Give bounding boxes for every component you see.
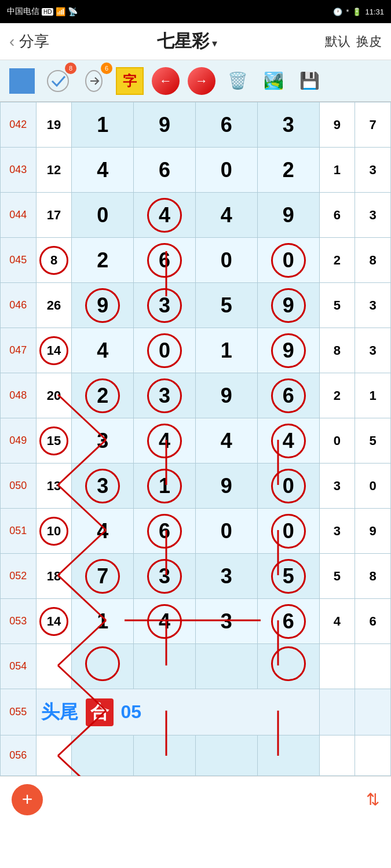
row-id: 054 (1, 644, 36, 689)
sort-button[interactable]: ⇅ (366, 790, 379, 809)
back-button[interactable]: ‹ (9, 32, 14, 51)
arrow-badge-button[interactable]: 6 (78, 65, 110, 97)
col-n1: 4 (72, 148, 134, 193)
col-n3-054 (195, 644, 257, 689)
col-n4: 0 (257, 238, 319, 283)
col-n2: 0 (134, 328, 196, 373)
col-n4: 9 (257, 193, 319, 238)
col-sum: 8 (36, 238, 72, 283)
col-s1: 8 (319, 328, 355, 373)
zi-button[interactable]: 字 (114, 65, 146, 97)
col-s2: 3 (355, 193, 391, 238)
table-row: 052 18 7 3 3 5 5 8 (1, 554, 391, 599)
col-sum: 12 (36, 148, 72, 193)
col-n1: 3 (72, 464, 134, 509)
carrier-text: 中国电信 (7, 6, 39, 17)
status-right: 🕐 * 🔋 11:31 (333, 8, 384, 16)
skin-label[interactable]: 换皮 (356, 33, 382, 50)
col-n3: 0 (195, 509, 257, 554)
table-row: 047 14 4 0 1 9 8 3 (1, 328, 391, 373)
row-id: 045 (1, 238, 36, 283)
head-tail-cell: 头尾 合 05 (36, 689, 319, 735)
col-s1 (319, 644, 355, 689)
data-table: 042 19 1 9 6 3 9 7 043 12 4 6 0 2 1 3 04… (0, 102, 391, 776)
save-button[interactable]: 💾 (293, 65, 326, 97)
arrow-right-button[interactable]: → (185, 65, 218, 97)
col-s1: 3 (319, 464, 355, 509)
col-n2: 6 (134, 238, 196, 283)
col-n1: 1 (72, 599, 134, 644)
photo-button[interactable]: 🏞️ (257, 65, 290, 97)
check-badge: 8 (65, 62, 76, 74)
head-tail-box: 合 (86, 698, 114, 726)
col-n2: 6 (134, 148, 196, 193)
col-n3: 0 (195, 238, 257, 283)
table-row: 042 19 1 9 6 3 9 7 (1, 102, 391, 148)
col-n4: 6 (257, 373, 319, 418)
col-sum: 14 (36, 599, 72, 644)
table-row-055: 055 头尾 合 05 (1, 689, 391, 735)
col-s1 (319, 735, 355, 776)
head-tail-suffix: 05 (120, 701, 141, 722)
col-n1: 7 (72, 554, 134, 599)
bluetooth-icon: * (346, 8, 349, 16)
col-n2: 3 (134, 373, 196, 418)
col-n4: 9 (257, 283, 319, 328)
col-n3: 4 (195, 193, 257, 238)
col-n1: 2 (72, 373, 134, 418)
col-n1: 0 (72, 193, 134, 238)
row-id: 042 (1, 102, 36, 148)
blue-rect-button[interactable] (6, 65, 38, 97)
app-title: 七星彩 (157, 31, 209, 50)
col-sum: 20 (36, 373, 72, 418)
col-n4: 0 (257, 509, 319, 554)
col-n3: 3 (195, 554, 257, 599)
col-n2: 3 (134, 283, 196, 328)
col-s1: 5 (319, 283, 355, 328)
row-id: 043 (1, 148, 36, 193)
arrow-left-button[interactable]: ← (149, 65, 182, 97)
col-s2: 9 (355, 509, 391, 554)
col-n3: 4 (195, 418, 257, 464)
col-s1 (319, 689, 355, 735)
col-s2: 3 (355, 283, 391, 328)
add-button[interactable]: + (12, 784, 43, 815)
status-bar: 中国电信 HD 📶 📡 🕐 * 🔋 11:31 (0, 0, 391, 23)
trash-button[interactable]: 🗑️ (221, 65, 254, 97)
clock-icon: 🕐 (333, 8, 342, 16)
col-n4: 9 (257, 328, 319, 373)
default-label[interactable]: 默认 (325, 33, 350, 50)
col-s2: 1 (355, 373, 391, 418)
check-button[interactable]: 8 (42, 65, 74, 97)
table-row: 050 13 3 1 9 0 3 0 (1, 464, 391, 509)
col-s2: 3 (355, 328, 391, 373)
col-n4 (257, 735, 319, 776)
col-s1: 2 (319, 238, 355, 283)
col-s2 (355, 644, 391, 689)
col-n4: 3 (257, 102, 319, 148)
time-display: 11:31 (365, 8, 384, 16)
col-n2: 9 (134, 102, 196, 148)
col-sum: 19 (36, 102, 72, 148)
col-n2: 1 (134, 464, 196, 509)
row-id: 051 (1, 509, 36, 554)
signal-icon: 📶 (56, 7, 65, 16)
row-id: 055 (1, 689, 36, 735)
dropdown-icon[interactable]: ▾ (212, 38, 217, 49)
hd-badge: HD (42, 8, 53, 16)
head-tail-prefix: 头尾 (41, 701, 78, 722)
row-id: 056 (1, 735, 36, 776)
col-n3 (195, 735, 257, 776)
share-label[interactable]: 分享 (19, 31, 49, 52)
col-s1: 5 (319, 554, 355, 599)
table-row: 048 20 2 3 9 6 2 1 (1, 373, 391, 418)
table-row: 051 10 4 6 0 0 3 9 (1, 509, 391, 554)
col-sum (36, 644, 72, 689)
col-sum: 10 (36, 509, 72, 554)
bottom-bar: + ⇅ (0, 776, 391, 822)
col-n3: 6 (195, 102, 257, 148)
col-n1: 4 (72, 328, 134, 373)
col-sum (36, 735, 72, 776)
row-id: 046 (1, 283, 36, 328)
table-row-054: 054 (1, 644, 391, 689)
